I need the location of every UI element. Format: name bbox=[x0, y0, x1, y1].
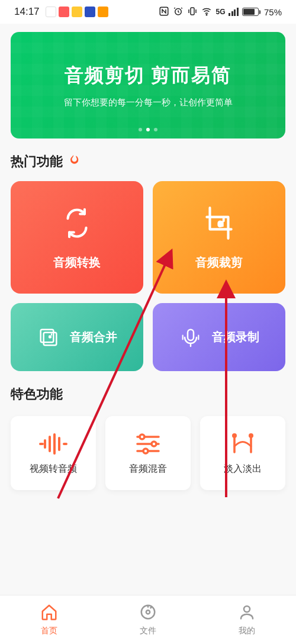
svg-point-3 bbox=[207, 14, 208, 15]
waveform-icon bbox=[38, 431, 69, 457]
svg-rect-4 bbox=[41, 329, 54, 342]
svg-point-10 bbox=[232, 433, 237, 438]
audio-record-label: 音频录制 bbox=[212, 329, 259, 345]
battery-percent: 75% bbox=[264, 7, 282, 17]
audio-crop-label: 音频裁剪 bbox=[195, 255, 243, 271]
banner-title: 音频剪切 剪而易简 bbox=[65, 63, 232, 89]
banner-subtitle: 留下你想要的每一分每一秒，让创作更简单 bbox=[64, 97, 233, 108]
special-section-header: 特色功能 bbox=[11, 385, 285, 403]
svg-rect-2 bbox=[191, 8, 194, 15]
special-section-title: 特色功能 bbox=[11, 385, 63, 403]
audio-merge-card[interactable]: 音频合并 bbox=[11, 303, 143, 371]
tab-mine[interactable]: 我的 bbox=[198, 603, 295, 636]
fade-label: 淡入淡出 bbox=[224, 463, 262, 475]
fade-icon bbox=[227, 431, 258, 457]
svg-point-11 bbox=[249, 433, 253, 438]
tab-files[interactable]: 文件 bbox=[99, 603, 197, 636]
fade-card[interactable]: 淡入淡出 bbox=[200, 416, 285, 490]
audio-convert-card[interactable]: 音频转换 bbox=[11, 181, 143, 294]
status-bar: 14:17 5G 75% bbox=[0, 0, 296, 24]
svg-rect-6 bbox=[188, 329, 194, 340]
audio-merge-label: 音频合并 bbox=[70, 329, 117, 345]
nfc-icon bbox=[159, 6, 169, 18]
convert-icon bbox=[59, 205, 95, 242]
signal-bars-icon bbox=[229, 8, 239, 16]
video-to-audio-label: 视频转音频 bbox=[30, 463, 77, 475]
special-section: 特色功能 视频转音频 音频混音 bbox=[11, 385, 285, 490]
carousel-dots bbox=[11, 128, 285, 131]
crop-icon bbox=[201, 205, 237, 242]
audio-crop-card[interactable]: 音频裁剪 bbox=[153, 181, 285, 294]
audio-convert-label: 音频转换 bbox=[53, 255, 101, 271]
tab-bar: 首页 文件 我的 bbox=[0, 595, 296, 644]
sliders-icon bbox=[133, 431, 163, 457]
hot-section-header: 热门功能 bbox=[11, 153, 285, 170]
wifi-icon bbox=[201, 6, 212, 18]
tab-home[interactable]: 首页 bbox=[1, 603, 98, 636]
hot-section-title: 热门功能 bbox=[11, 153, 63, 170]
home-icon bbox=[40, 603, 58, 623]
audio-mix-card[interactable]: 音频混音 bbox=[105, 416, 191, 490]
tab-home-label: 首页 bbox=[41, 626, 57, 636]
status-time: 14:17 bbox=[14, 6, 40, 18]
tab-mine-label: 我的 bbox=[239, 626, 255, 636]
record-icon bbox=[179, 326, 202, 349]
svg-point-15 bbox=[146, 610, 150, 614]
battery-icon bbox=[242, 8, 260, 16]
audio-mix-label: 音频混音 bbox=[129, 463, 167, 475]
disc-icon bbox=[139, 603, 157, 623]
fire-icon bbox=[67, 154, 79, 169]
status-right: 5G 75% bbox=[159, 6, 282, 18]
user-icon bbox=[238, 603, 256, 623]
status-left: 14:17 bbox=[14, 6, 108, 18]
recent-apps-icons bbox=[46, 7, 108, 17]
merge-icon bbox=[37, 326, 60, 349]
promo-banner[interactable]: 音频剪切 剪而易简 留下你想要的每一分每一秒，让创作更简单 bbox=[11, 32, 285, 139]
alarm-icon bbox=[173, 6, 184, 18]
svg-point-7 bbox=[140, 434, 144, 439]
audio-record-card[interactable]: 音频录制 bbox=[153, 303, 285, 371]
svg-point-9 bbox=[143, 449, 148, 453]
tab-files-label: 文件 bbox=[140, 626, 156, 636]
hot-section: 热门功能 音频转换 音频裁剪 bbox=[11, 153, 285, 371]
svg-point-16 bbox=[244, 606, 250, 612]
signal-label: 5G bbox=[215, 8, 225, 16]
svg-rect-5 bbox=[44, 332, 57, 345]
video-to-audio-card[interactable]: 视频转音频 bbox=[11, 416, 96, 490]
vibrate-icon bbox=[187, 6, 198, 18]
svg-point-8 bbox=[152, 442, 156, 446]
